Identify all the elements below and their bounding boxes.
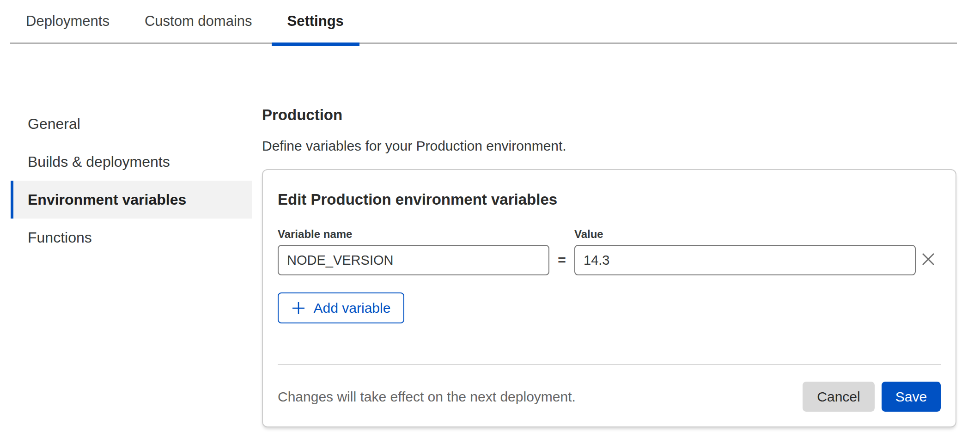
main-content: Production Define variables for your Pro… <box>262 105 956 427</box>
tab-custom-domains[interactable]: Custom domains <box>129 0 268 43</box>
sidebar-item-functions[interactable]: Functions <box>11 219 252 256</box>
card-heading: Edit Production environment variables <box>278 190 941 209</box>
variable-value-column: Value <box>574 228 916 275</box>
deployment-note: Changes will take effect on the next dep… <box>278 389 576 405</box>
save-button[interactable]: Save <box>882 382 941 412</box>
variable-name-input[interactable] <box>278 245 549 275</box>
sidebar-item-environment-variables[interactable]: Environment variables <box>11 181 252 219</box>
top-tab-bar: Deployments Custom domains Settings <box>10 0 957 44</box>
card-footer: Changes will take effect on the next dep… <box>278 382 941 412</box>
settings-sidebar: General Builds & deployments Environment… <box>11 105 252 256</box>
cancel-button[interactable]: Cancel <box>803 382 875 412</box>
value-label: Value <box>574 228 916 240</box>
variable-value-input[interactable] <box>574 245 916 275</box>
page-title: Production <box>262 105 956 125</box>
footer-actions: Cancel Save <box>803 382 941 412</box>
tab-deployments[interactable]: Deployments <box>10 0 125 43</box>
sidebar-item-general[interactable]: General <box>11 105 252 143</box>
page-description: Define variables for your Production env… <box>262 137 956 155</box>
card-divider <box>278 364 941 365</box>
environment-variables-card: Edit Production environment variables Va… <box>262 169 956 427</box>
plus-icon <box>292 301 305 315</box>
add-variable-button[interactable]: Add variable <box>278 292 404 323</box>
tab-settings[interactable]: Settings <box>272 0 359 43</box>
x-remove-icon <box>921 252 936 268</box>
variable-row: Variable name = Value <box>278 228 941 275</box>
add-variable-label: Add variable <box>314 300 391 316</box>
variable-name-column: Variable name <box>278 228 549 275</box>
equals-sign: = <box>549 245 574 275</box>
sidebar-item-builds-deployments[interactable]: Builds & deployments <box>11 143 252 181</box>
variable-name-label: Variable name <box>278 228 549 240</box>
settings-page: Deployments Custom domains Settings Gene… <box>0 0 980 438</box>
remove-variable-button[interactable] <box>916 245 941 275</box>
